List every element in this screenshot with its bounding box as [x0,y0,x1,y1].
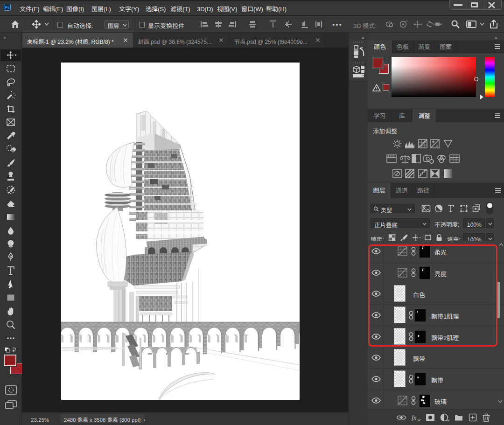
svg-text:fx: fx [412,414,417,421]
